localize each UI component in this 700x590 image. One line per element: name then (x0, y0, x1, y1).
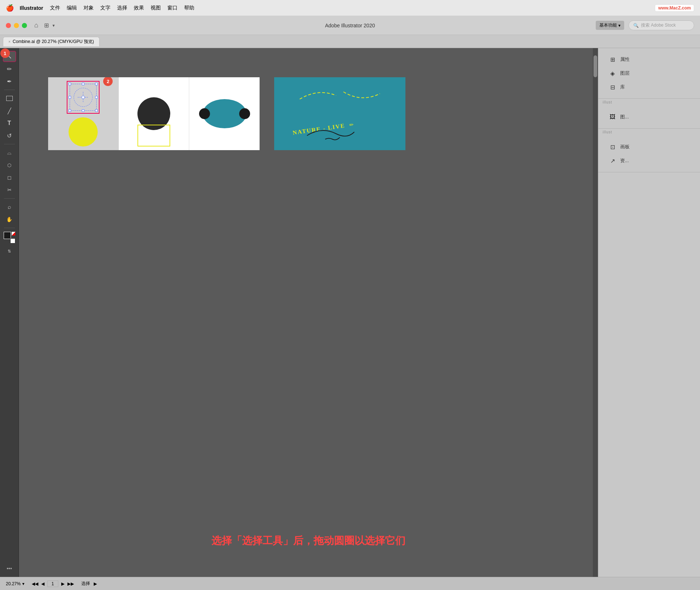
workspace-button[interactable]: 基本功能 ▾ (596, 21, 624, 30)
images-label: 图... (620, 114, 629, 120)
nav-controls: ◀◀ ◀ ▶ ▶▶ (32, 581, 74, 587)
images-icon: 🖼 (608, 113, 617, 121)
inner-circle-outline (74, 88, 93, 107)
instruction-label: 选择「选择工具」后，拖动圆圈以选择它们 (211, 535, 405, 546)
zoom-control[interactable]: 20.27% ▾ (6, 581, 24, 586)
pencil-tool-button[interactable]: ✒ (3, 76, 16, 87)
pen-tool-icon: ✏ (7, 66, 12, 73)
more-tools-button[interactable]: ••• (3, 563, 16, 574)
panel-library[interactable]: ⊟ 库 (604, 80, 694, 94)
menu-view[interactable]: 视图 (151, 5, 161, 11)
panel-assets[interactable]: ↗ 资... (604, 154, 694, 168)
swap-colors-button[interactable]: ⇅ (3, 246, 16, 257)
rect-tool-icon (6, 96, 13, 101)
handle-bl (69, 109, 71, 112)
home-icon[interactable]: ⌂ (34, 22, 38, 29)
menubar: 🍎 Illustrator 文件 编辑 对象 文字 选择 效果 视图 窗口 帮助… (0, 0, 700, 16)
menu-effect[interactable]: 效果 (134, 5, 144, 11)
scissors-tool-button[interactable]: ✂ (3, 184, 16, 195)
hand-tool-icon: ✋ (6, 216, 12, 222)
apple-icon[interactable]: 🍎 (6, 4, 14, 12)
svg-point-2 (82, 96, 85, 99)
canvas-area[interactable]: 2 (19, 48, 598, 577)
rotate-tool-icon: ↺ (7, 132, 12, 139)
line-tool-button[interactable]: ╱ (3, 105, 16, 116)
panel-section-main: ⊞ 属性 ◈ 图层 ⊟ 库 (598, 48, 700, 99)
menu-object[interactable]: 对象 (83, 5, 94, 11)
menu-illustrator[interactable]: Illustrator (20, 5, 43, 11)
text-tool-button[interactable]: T (3, 118, 16, 129)
panel-layers[interactable]: ◈ 图层 (604, 66, 694, 80)
swirl-svg (303, 125, 354, 143)
selected-object[interactable]: 2 (67, 81, 100, 114)
line-tool-icon: ╱ (8, 108, 11, 114)
handle-tm (82, 83, 85, 85)
nav-prev-button[interactable]: ◀ (41, 581, 44, 586)
warp-tool-icon: ⌓ (7, 150, 11, 156)
zoom-tool-button[interactable]: ⌕ (3, 202, 16, 212)
rotate-tool-button[interactable]: ↺ (3, 130, 16, 141)
menu-window[interactable]: 窗口 (167, 5, 178, 11)
handle-tr (95, 83, 98, 85)
file-tab[interactable]: × Combine.ai @ 20.27% (CMYK/GPU 预览) (3, 37, 100, 46)
panel-images[interactable]: 🖼 图... (604, 110, 694, 124)
pen-tool-button[interactable]: ✏ (3, 63, 16, 74)
artboard-section-3 (189, 77, 260, 150)
black-dot-right (239, 108, 250, 119)
nav-first-button[interactable]: ◀◀ (32, 581, 38, 586)
tab-close-icon[interactable]: × (8, 40, 11, 44)
menubar-right: www.MacZ.com (655, 4, 694, 12)
play-button[interactable]: ▶ (94, 581, 97, 586)
illust-divider: illust (598, 99, 700, 106)
step1-badge: 1 (0, 48, 10, 58)
artboard-2: NATURE - LIVE ✏ (274, 77, 405, 150)
stock-search[interactable]: 🔍 搜索 Adobe Stock (629, 20, 694, 30)
handle-bm (82, 109, 85, 112)
menu-edit[interactable]: 编辑 (67, 5, 77, 11)
scrollbar-vertical[interactable] (593, 48, 598, 577)
pencil-tool-icon: ✒ (7, 78, 12, 85)
tab-filename: Combine.ai @ 20.27% (CMYK/GPU 预览) (13, 39, 94, 45)
step2-container: 2 (67, 81, 100, 114)
fill-stroke-button[interactable] (3, 231, 16, 244)
main-layout: 1 ↖ ✏ ✒ ╱ T ↺ ⌓ ⬡ ◻ (0, 48, 700, 577)
maximize-button[interactable] (22, 23, 27, 28)
toolbar-divider-3 (4, 198, 15, 199)
eraser-tool-icon: ◻ (7, 175, 12, 180)
panel-section-artboard: ⊡ 画板 ↗ 资... (598, 136, 700, 172)
page-input[interactable] (47, 581, 58, 587)
layers-label: 图层 (620, 70, 630, 77)
panel-properties[interactable]: ⊞ 属性 (604, 52, 694, 66)
menu-help[interactable]: 帮助 (184, 5, 194, 11)
artboard-section-1: 2 (48, 77, 119, 150)
menu-file[interactable]: 文件 (50, 5, 60, 11)
titlebar-right: 基本功能 ▾ 🔍 搜索 Adobe Stock (596, 20, 694, 30)
hand-tool-button[interactable]: ✋ (3, 214, 16, 225)
nav-next-button[interactable]: ▶ (61, 581, 65, 586)
search-placeholder: 搜索 Adobe Stock (641, 22, 676, 28)
menu-text[interactable]: 文字 (100, 5, 110, 11)
close-button[interactable] (6, 23, 11, 28)
menu-items: Illustrator 文件 编辑 对象 文字 选择 效果 视图 窗口 帮助 (20, 5, 194, 11)
select-tool-button[interactable]: 1 ↖ (3, 51, 16, 62)
rect-tool-button[interactable] (3, 93, 16, 104)
zoom-dropdown-icon[interactable]: ▾ (22, 581, 24, 586)
zoom-tool-icon: ⌕ (8, 204, 11, 210)
properties-label: 属性 (620, 56, 630, 63)
statusbar: 20.27% ▾ ◀◀ ◀ ▶ ▶▶ 选择 ▶ (0, 577, 700, 590)
minimize-button[interactable] (14, 23, 19, 28)
menu-select[interactable]: 选择 (117, 5, 127, 11)
toolbar-divider-2 (4, 144, 15, 144)
nav-last-button[interactable]: ▶▶ (67, 581, 74, 586)
panel-artboard[interactable]: ⊡ 画板 (604, 140, 694, 154)
teal-combined-shape (203, 99, 246, 128)
artboard-label: 画板 (620, 144, 630, 150)
warp-tool-button[interactable]: ⌓ (3, 147, 16, 158)
layout-icon[interactable]: ⊞ (44, 22, 49, 29)
black-dot-left (199, 108, 210, 119)
right-panel: ⊞ 属性 ◈ 图层 ⊟ 库 illust 🖼 图... illust ⊡ 画板 (598, 48, 700, 577)
eraser-tool-button[interactable]: ◻ (3, 172, 16, 183)
blend-tool-button[interactable]: ⬡ (3, 160, 16, 171)
layout-dropdown-icon[interactable]: ▾ (52, 23, 55, 28)
scrollbar-thumb[interactable] (594, 55, 597, 77)
